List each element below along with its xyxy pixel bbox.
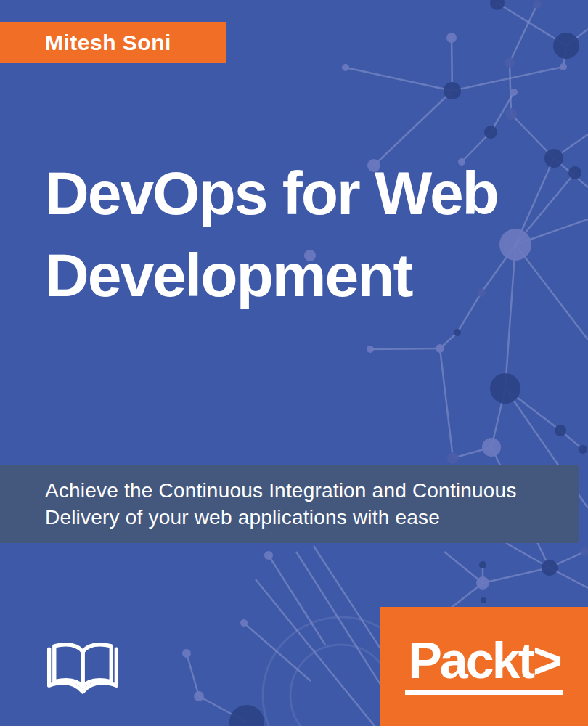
subtitle-band: Achieve the Continuous Integration and C… [0,465,579,543]
author-banner: Mitesh Soni [0,22,226,63]
book-title-line1: DevOps for Web [45,152,498,234]
book-cover: Mitesh Soni DevOps for Web Development A… [0,0,588,726]
packt-logo: Packt> [405,635,563,695]
publisher-logo-box: Packt> [380,607,588,726]
subtitle-line1: Achieve the Continuous Integration and C… [45,477,579,504]
book-title-line2: Development [45,234,498,317]
book-title: DevOps for Web Development [45,152,498,317]
author-name: Mitesh Soni [45,30,171,55]
subtitle-line2: Delivery of your web applications with e… [45,504,579,531]
open-book-icon [44,639,122,698]
